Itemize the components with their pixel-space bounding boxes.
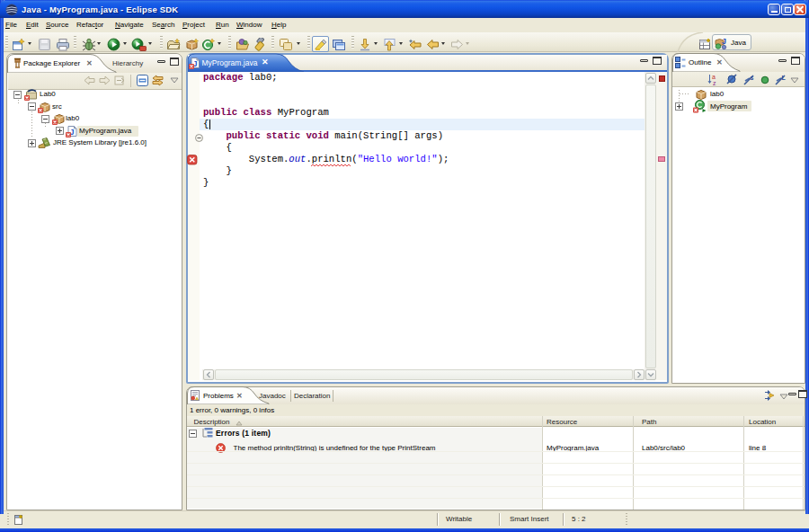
svg-text:z: z: [713, 80, 716, 86]
svg-text:J: J: [722, 37, 726, 46]
svg-text:s: s: [751, 75, 754, 81]
svg-text:L: L: [782, 75, 787, 81]
